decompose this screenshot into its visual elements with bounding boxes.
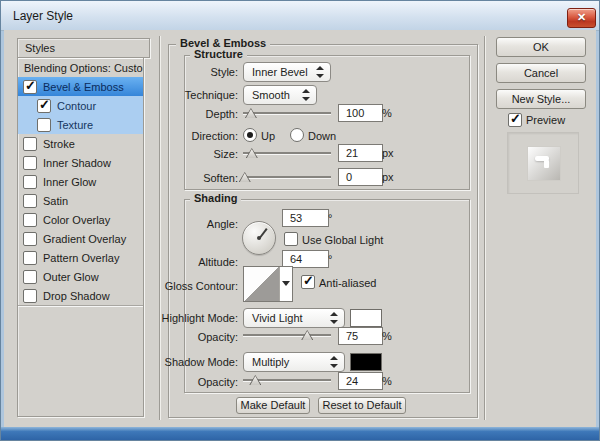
sidebar-item-blending-options[interactable]: Blending Options: Custom bbox=[18, 58, 143, 77]
slider-track[interactable] bbox=[243, 152, 331, 154]
sidebar-item-satin[interactable]: Satin bbox=[18, 191, 143, 210]
sidebar-item-gradient-overlay[interactable]: Gradient Overlay bbox=[18, 229, 143, 248]
sidebar-item-outer-glow[interactable]: Outer Glow bbox=[18, 267, 143, 286]
use-global-light-checkbox[interactable] bbox=[284, 232, 298, 246]
technique-dropdown-value: Smooth bbox=[252, 88, 290, 102]
direction-down-radio[interactable] bbox=[290, 128, 304, 142]
gloss-contour-picker[interactable] bbox=[243, 266, 293, 302]
style-checkbox[interactable] bbox=[23, 213, 37, 227]
highlight-color-swatch[interactable] bbox=[350, 309, 382, 327]
depth-slider[interactable] bbox=[243, 108, 331, 118]
highlight-opacity-input[interactable]: 75 bbox=[338, 327, 383, 345]
angle-center-dot bbox=[257, 236, 261, 240]
layer-preview-thumbnail bbox=[527, 146, 561, 181]
slider-track[interactable] bbox=[243, 112, 331, 114]
dropdown-arrows-icon bbox=[316, 65, 324, 79]
sidebar-item-label: Pattern Overlay bbox=[43, 252, 119, 264]
structure-title: Structure bbox=[190, 48, 247, 61]
shadow-opacity-input[interactable]: 24 bbox=[338, 372, 383, 390]
styles-header-label: Styles bbox=[25, 42, 55, 54]
sidebar-item-label: Stroke bbox=[43, 138, 75, 150]
depth-label: Depth: bbox=[148, 108, 238, 121]
vertical-divider bbox=[484, 36, 486, 420]
soften-input[interactable]: 0 bbox=[338, 168, 383, 186]
layer-content-glyph bbox=[535, 156, 549, 161]
reset-to-default-button[interactable]: Reset to Default bbox=[318, 397, 406, 414]
new-style-button[interactable]: New Style... bbox=[496, 89, 586, 109]
style-checkbox[interactable] bbox=[23, 232, 37, 246]
direction-up-radio[interactable] bbox=[243, 128, 257, 142]
window-title: Layer Style bbox=[13, 9, 73, 23]
ok-button[interactable]: OK bbox=[496, 37, 586, 57]
size-input[interactable]: 21 bbox=[338, 144, 383, 162]
shading-title: Shading bbox=[190, 192, 241, 205]
shadow-opacity-label: Opacity: bbox=[148, 376, 238, 389]
check-icon: ✓ bbox=[510, 111, 521, 126]
shadow-mode-dropdown[interactable]: Multiply bbox=[243, 352, 345, 372]
depth-unit: % bbox=[382, 107, 392, 120]
size-unit: px bbox=[382, 147, 394, 160]
style-checkbox-checked[interactable]: ✓ bbox=[37, 99, 51, 113]
depth-input[interactable]: 100 bbox=[338, 104, 383, 122]
sidebar-item-inner-glow[interactable]: Inner Glow bbox=[18, 172, 143, 191]
highlight-opacity-unit: % bbox=[382, 330, 392, 343]
technique-dropdown[interactable]: Smooth bbox=[243, 85, 317, 105]
sidebar-item-label: Drop Shadow bbox=[43, 290, 110, 302]
style-checkbox[interactable] bbox=[23, 156, 37, 170]
highlight-opacity-slider[interactable] bbox=[243, 330, 331, 340]
highlight-mode-dropdown[interactable]: Vivid Light bbox=[243, 308, 345, 328]
list-divider bbox=[18, 305, 143, 306]
style-checkbox[interactable] bbox=[23, 175, 37, 189]
make-default-button[interactable]: Make Default bbox=[236, 397, 310, 414]
layer-style-dialog: Layer Style ✕ Styles Blending Options: C… bbox=[0, 0, 600, 441]
chevron-down-icon bbox=[282, 281, 290, 286]
style-checkbox-checked[interactable]: ✓ bbox=[23, 80, 37, 94]
sidebar-item-bevel-emboss[interactable]: ✓ Bevel & Emboss bbox=[18, 77, 143, 96]
sidebar-item-label: Contour bbox=[57, 100, 96, 112]
style-checkbox[interactable] bbox=[23, 270, 37, 284]
sidebar-item-contour[interactable]: ✓ Contour bbox=[18, 96, 143, 115]
cancel-button[interactable]: Cancel bbox=[496, 63, 586, 83]
close-icon: ✕ bbox=[577, 11, 586, 23]
style-checkbox[interactable] bbox=[23, 137, 37, 151]
styles-list: Blending Options: Custom ✓ Bevel & Embos… bbox=[17, 57, 144, 417]
altitude-unit: ° bbox=[328, 253, 332, 266]
preview-panel bbox=[507, 132, 579, 194]
angle-input[interactable]: 53 bbox=[282, 209, 329, 227]
shadow-mode-value: Multiply bbox=[252, 355, 289, 369]
soften-slider[interactable] bbox=[243, 172, 331, 182]
use-global-light-label: Use Global Light bbox=[302, 234, 383, 247]
window-bottom-border bbox=[1, 427, 599, 440]
close-button[interactable]: ✕ bbox=[567, 8, 596, 28]
soften-label: Soften: bbox=[148, 172, 238, 185]
size-slider[interactable] bbox=[243, 148, 331, 158]
technique-label: Technique: bbox=[148, 89, 238, 102]
sidebar-item-color-overlay[interactable]: Color Overlay bbox=[18, 210, 143, 229]
anti-aliased-checkbox[interactable]: ✓ bbox=[301, 275, 315, 289]
slider-track[interactable] bbox=[243, 176, 331, 178]
shadow-mode-label: Shadow Mode: bbox=[148, 356, 238, 369]
style-dropdown[interactable]: Inner Bevel bbox=[243, 62, 331, 82]
shadow-color-swatch[interactable] bbox=[350, 353, 382, 371]
sidebar-item-texture[interactable]: Texture bbox=[18, 115, 143, 134]
style-checkbox[interactable] bbox=[37, 118, 51, 132]
slider-track[interactable] bbox=[243, 334, 331, 336]
sidebar-item-label: Color Overlay bbox=[43, 214, 110, 226]
style-checkbox[interactable] bbox=[23, 194, 37, 208]
sidebar-item-stroke[interactable]: Stroke bbox=[18, 134, 143, 153]
angle-dial[interactable] bbox=[242, 221, 276, 255]
sidebar-item-drop-shadow[interactable]: Drop Shadow bbox=[18, 286, 143, 305]
direction-down-label: Down bbox=[308, 130, 336, 143]
shadow-opacity-slider[interactable] bbox=[243, 375, 331, 385]
size-label: Size: bbox=[148, 148, 238, 161]
sidebar-item-inner-shadow[interactable]: Inner Shadow bbox=[18, 153, 143, 172]
highlight-mode-label: Highlight Mode: bbox=[148, 312, 238, 325]
dropdown-arrows-icon bbox=[330, 311, 338, 325]
preview-checkbox[interactable]: ✓ bbox=[508, 113, 522, 127]
title-bar[interactable]: Layer Style ✕ bbox=[1, 1, 599, 31]
sidebar-item-label: Satin bbox=[43, 195, 68, 207]
sidebar-item-pattern-overlay[interactable]: Pattern Overlay bbox=[18, 248, 143, 267]
style-checkbox[interactable] bbox=[23, 251, 37, 265]
sidebar-item-label: Inner Shadow bbox=[43, 157, 111, 169]
style-checkbox[interactable] bbox=[23, 289, 37, 303]
